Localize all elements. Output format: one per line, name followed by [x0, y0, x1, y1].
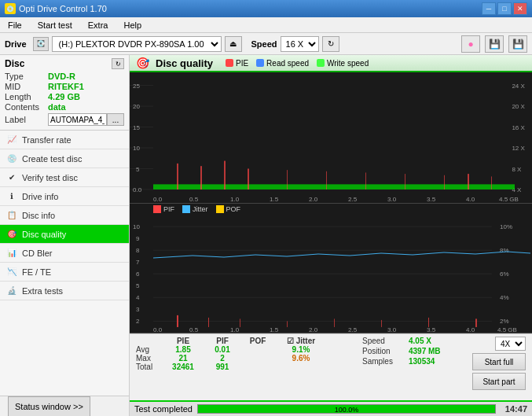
legend-write-speed-label: Write speed [327, 59, 369, 68]
main-layout: Disc ↻ Type DVD-R MID RITEKF1 Length 4.2… [0, 55, 532, 416]
menu-file[interactable]: File [3, 19, 27, 31]
svg-text:20 X: 20 X [512, 103, 525, 110]
status-section: Status window >> [0, 396, 129, 416]
svg-text:3: 3 [136, 306, 140, 313]
close-button[interactable]: ✕ [513, 2, 527, 15]
chart-pif-area: 10 9 8 7 6 5 4 3 2 10% 8% 6% 4% 2% [130, 215, 532, 333]
stats-total-pof [242, 363, 273, 371]
speed-val: 4.05 X [409, 337, 431, 345]
menu-start-test[interactable]: Start test [33, 19, 77, 31]
sidebar-label-transfer-rate: Transfer rate [22, 135, 72, 145]
menu-help[interactable]: Help [119, 19, 146, 31]
sidebar-item-transfer-rate[interactable]: 📈 Transfer rate [0, 131, 129, 149]
sidebar-item-cd-bler[interactable]: 📊 CD Bler [0, 244, 129, 263]
legend2-pif-dot [153, 205, 161, 213]
menu-extra[interactable]: Extra [83, 19, 113, 31]
stats-bar: PIE PIF POF ☑ Jitter Avg 1.85 0.01 9.1% [130, 333, 532, 400]
stats-max-pie: 21 [163, 354, 203, 363]
chart-pif-svg: 10 9 8 7 6 5 4 3 2 10% 8% 6% 4% 2% [130, 215, 532, 333]
action-speed-select[interactable]: 1X 2X 4X 8X [495, 337, 526, 351]
maximize-button[interactable]: □ [497, 2, 512, 15]
minimize-button[interactable]: ─ [482, 2, 496, 15]
sidebar-item-disc-quality[interactable]: 🎯 Disc quality [0, 225, 129, 244]
stats-total-pie: 32461 [163, 363, 203, 371]
sidebar-item-extra-tests[interactable]: 🔬 Extra tests [0, 282, 129, 300]
drive-select[interactable]: (H:) PLEXTOR DVDR PX-890SA 1.00 [52, 36, 222, 52]
chart-title-icon: 🎯 [136, 57, 149, 69]
sidebar-item-verify-test-disc[interactable]: ✔ Verify test disc [0, 168, 129, 187]
disc-type-key: Type [5, 72, 48, 81]
svg-text:4: 4 [136, 294, 140, 301]
svg-text:4.5 GB: 4.5 GB [497, 326, 517, 333]
speed-row: Speed 4.05 X [362, 337, 457, 345]
disc-refresh-button[interactable]: ↻ [112, 58, 124, 69]
toolbar-icon-save[interactable]: 💾 [508, 35, 527, 53]
svg-text:3.0: 3.0 [387, 196, 397, 203]
bottom-status-bar: Test completed 100.0% 14:47 [130, 400, 532, 416]
stats-total-jitter [273, 363, 328, 371]
toolbar-icon-pink[interactable]: ● [461, 35, 480, 53]
refresh-button[interactable]: ↻ [322, 36, 339, 52]
legend2-pof-label: POF [226, 205, 241, 213]
completed-label: Test completed [134, 404, 193, 414]
sidebar-label-extra-tests: Extra tests [22, 286, 63, 296]
sidebar-label-fe-te: FE / TE [22, 267, 51, 277]
svg-text:4.5 GB: 4.5 GB [499, 196, 519, 203]
chart2-legend: PIF Jitter POF [130, 204, 532, 215]
speed-key: Speed [362, 337, 405, 345]
title-bar: 💿 Opti Drive Control 1.70 ─ □ ✕ [0, 0, 532, 17]
disc-label-input[interactable] [48, 113, 107, 126]
disc-contents-row: Contents data [5, 102, 124, 112]
legend-pie-label: PIE [236, 59, 248, 68]
svg-text:5: 5 [136, 166, 140, 173]
disc-label-browse[interactable]: ... [107, 113, 124, 126]
svg-rect-29 [468, 174, 469, 190]
disc-info-section: Disc ↻ Type DVD-R MID RITEKF1 Length 4.2… [0, 55, 129, 131]
disc-info-icon: 📋 [6, 210, 17, 221]
start-full-button[interactable]: Start full [472, 353, 526, 370]
svg-text:2.5: 2.5 [348, 196, 358, 203]
svg-rect-19 [153, 184, 515, 190]
legend-write-speed-dot [317, 59, 325, 67]
stats-total-row: Total 32461 991 [136, 363, 328, 371]
svg-text:9: 9 [136, 235, 140, 242]
action-buttons: 1X 2X 4X 8X Start full Start part [472, 337, 526, 390]
status-window-button[interactable]: Status window >> [8, 396, 90, 417]
legend-read-speed[interactable]: Read speed [256, 59, 309, 68]
stats-avg-row: Avg 1.85 0.01 9.1% [136, 345, 328, 354]
stats-table-container: PIE PIF POF ☑ Jitter Avg 1.85 0.01 9.1% [136, 337, 347, 371]
disc-section-label: Disc [5, 58, 24, 69]
sidebar-item-fe-te[interactable]: 📉 FE / TE [0, 263, 129, 282]
svg-text:2: 2 [136, 318, 140, 325]
sidebar-label-create-test-disc: Create test disc [22, 154, 82, 164]
toolbar: Drive 💽 (H:) PLEXTOR DVDR PX-890SA 1.00 … [0, 33, 532, 55]
svg-rect-24 [287, 170, 288, 190]
svg-rect-66 [381, 319, 382, 326]
stats-table: PIE PIF POF ☑ Jitter Avg 1.85 0.01 9.1% [136, 337, 328, 371]
status-window-label: Status window >> [15, 402, 83, 411]
sidebar-item-drive-info[interactable]: ℹ Drive info [0, 187, 129, 206]
chart-pie-area: 25 20 15 10 5 0.0 24 X 20 X 16 X 12 X 8 … [130, 72, 532, 204]
sidebar-item-create-test-disc[interactable]: 💿 Create test disc [0, 149, 129, 168]
legend-read-speed-dot [256, 59, 264, 67]
disc-contents-val: data [48, 102, 66, 112]
position-val: 4397 MB [409, 347, 441, 355]
legend-write-speed[interactable]: Write speed [317, 59, 369, 68]
sidebar-label-verify-test-disc: Verify test disc [22, 173, 78, 182]
speed-select[interactable]: 4 X 8 X 12 X 16 X Max [281, 36, 319, 52]
toolbar-icon-blue[interactable]: 💾 [485, 35, 504, 53]
chart-title: Disc quality [156, 57, 213, 69]
bottom-progress-text: 100.0% [198, 405, 495, 414]
eject-button[interactable]: ⏏ [225, 36, 242, 52]
legend-pie[interactable]: PIE [226, 59, 248, 68]
svg-text:2.0: 2.0 [309, 196, 318, 203]
svg-rect-21 [200, 166, 202, 190]
stats-avg-pof [242, 345, 273, 354]
svg-rect-27 [405, 174, 405, 190]
stats-max-pof [242, 354, 273, 363]
stats-header-row: PIE PIF POF ☑ Jitter [136, 337, 328, 345]
start-part-button[interactable]: Start part [472, 373, 526, 390]
sidebar-label-disc-quality: Disc quality [22, 230, 66, 239]
sidebar-item-disc-info[interactable]: 📋 Disc info [0, 206, 129, 225]
charts-container: 25 20 15 10 5 0.0 24 X 20 X 16 X 12 X 8 … [130, 72, 532, 333]
